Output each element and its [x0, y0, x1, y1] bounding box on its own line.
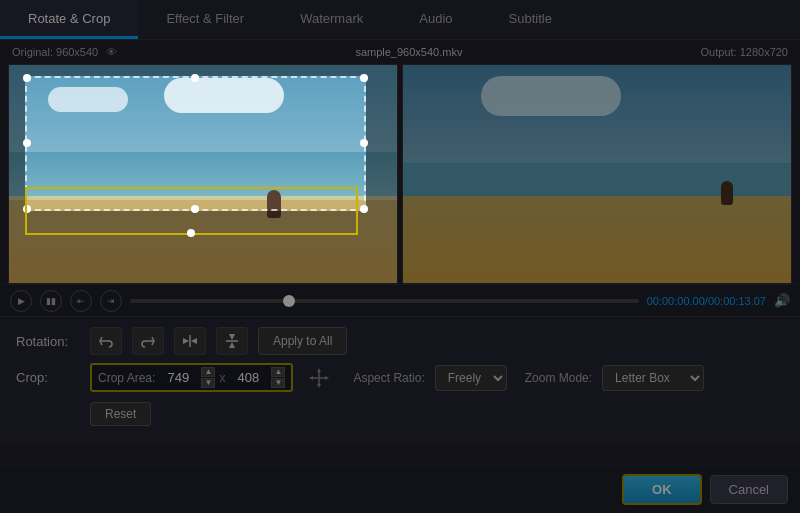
tab-audio[interactable]: Audio: [391, 0, 480, 39]
crop-separator: x: [219, 371, 225, 385]
tab-watermark[interactable]: Watermark: [272, 0, 391, 39]
crop-handle-tm[interactable]: [191, 74, 199, 82]
zoom-mode-label: Zoom Mode:: [525, 371, 592, 385]
svg-marker-10: [309, 376, 313, 380]
tab-subtitle[interactable]: Subtitle: [481, 0, 580, 39]
figure-right: [721, 181, 733, 205]
ok-button[interactable]: OK: [622, 474, 702, 505]
flip-v-button[interactable]: [216, 327, 248, 355]
next-frame-button[interactable]: ⇥: [100, 290, 122, 312]
crop-width-input[interactable]: [159, 370, 197, 385]
crop-height-up[interactable]: ▲: [271, 367, 285, 377]
playback-bar: ▶ ▮▮ ⇤ ⇥ 00:00:00.00/00:00:13.07 🔊: [0, 284, 800, 316]
reset-row: Reset: [16, 400, 784, 426]
timeline-track[interactable]: [130, 299, 639, 303]
crop-handle-tr[interactable]: [360, 74, 368, 82]
yellow-selection-box[interactable]: [25, 187, 359, 235]
output-preview: [403, 65, 791, 283]
time-current: 00:00:00.00: [647, 295, 705, 307]
output-label: Output: 1280x720: [701, 46, 788, 58]
crop-height-spinners: ▲ ▼: [271, 367, 285, 388]
preview-panel-right: [402, 64, 792, 284]
svg-marker-9: [317, 384, 321, 388]
prev-frame-button[interactable]: ⇤: [70, 290, 92, 312]
time-display: 00:00:00.00/00:00:13.07: [647, 295, 766, 307]
crop-area-label: Crop Area:: [98, 371, 155, 385]
timeline-thumb[interactable]: [283, 295, 295, 307]
aspect-ratio-select[interactable]: Freely 16:9 4:3 1:1: [435, 365, 507, 391]
crop-handle-ml[interactable]: [23, 139, 31, 147]
cloud-right: [481, 76, 621, 116]
svg-marker-5: [229, 342, 235, 348]
crop-height-down[interactable]: ▼: [271, 378, 285, 388]
svg-marker-2: [191, 338, 197, 344]
crop-area-box: Crop Area: ▲ ▼ x ▲ ▼: [90, 363, 293, 392]
tab-rotate-crop[interactable]: Rotate & Crop: [0, 0, 138, 39]
rotate-cw-button[interactable]: [132, 327, 164, 355]
crop-height-input[interactable]: [229, 370, 267, 385]
cancel-button[interactable]: Cancel: [710, 475, 788, 504]
apply-to-all-button[interactable]: Apply to All: [258, 327, 347, 355]
tab-effect-filter[interactable]: Effect & Filter: [138, 0, 272, 39]
play-button[interactable]: ▶: [10, 290, 32, 312]
zoom-mode-select[interactable]: Letter Box Pan & Scan Full: [602, 365, 704, 391]
rotation-row: Rotation: Apply to All: [16, 327, 784, 355]
reset-button[interactable]: Reset: [90, 402, 151, 426]
preview-panel-left: [8, 64, 398, 284]
crop-width-up[interactable]: ▲: [201, 367, 215, 377]
rotate-ccw-button[interactable]: [90, 327, 122, 355]
move-crop-icon[interactable]: [303, 364, 335, 392]
stop-button[interactable]: ▮▮: [40, 290, 62, 312]
crop-label: Crop:: [16, 370, 80, 385]
rotation-label: Rotation:: [16, 334, 80, 349]
time-total: 00:00:13.07: [708, 295, 766, 307]
original-label: Original: 960x540: [12, 46, 98, 58]
svg-marker-11: [325, 376, 329, 380]
crop-row: Crop: Crop Area: ▲ ▼ x ▲ ▼: [16, 363, 784, 392]
visibility-icon[interactable]: 👁: [106, 46, 117, 58]
preview-panels: [0, 64, 800, 284]
crop-handle-br[interactable]: [360, 205, 368, 213]
svg-marker-1: [183, 338, 189, 344]
preview-info-bar: Original: 960x540 👁 sample_960x540.mkv O…: [0, 40, 800, 64]
sand-right: [403, 196, 791, 283]
tab-bar: Rotate & Crop Effect & Filter Watermark …: [0, 0, 800, 40]
filename-label: sample_960x540.mkv: [355, 46, 462, 58]
volume-icon[interactable]: 🔊: [774, 293, 790, 308]
crop-handle-tl[interactable]: [23, 74, 31, 82]
bottom-bar: OK Cancel: [0, 465, 800, 513]
crop-width-spinners: ▲ ▼: [201, 367, 215, 388]
svg-marker-4: [229, 334, 235, 340]
aspect-ratio-label: Aspect Ratio:: [353, 371, 424, 385]
crop-width-down[interactable]: ▼: [201, 378, 215, 388]
flip-h-button[interactable]: [174, 327, 206, 355]
svg-marker-8: [317, 368, 321, 372]
controls-area: Rotation: Apply to All Crop: Crop Area: …: [0, 316, 800, 444]
